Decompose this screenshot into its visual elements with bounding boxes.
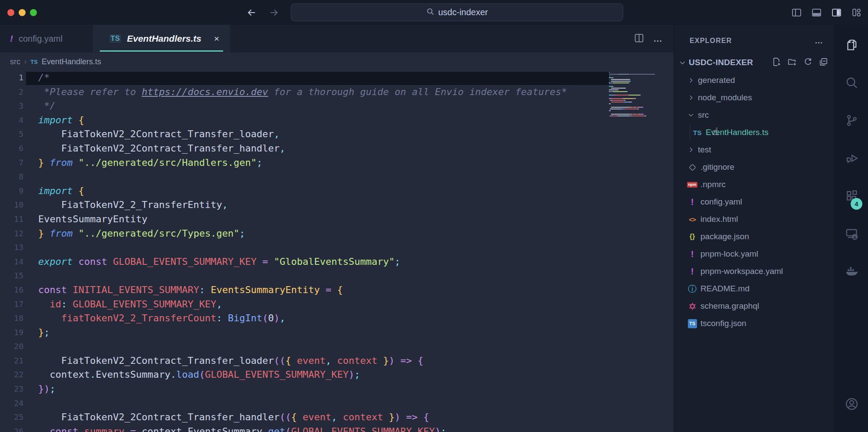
ts-icon: TS: [109, 34, 121, 43]
line-number: 4: [0, 113, 26, 128]
source-control-icon[interactable]: [835, 108, 868, 132]
tree-file-config-yaml[interactable]: !config.yaml: [674, 193, 835, 211]
chevron-down-icon: [678, 59, 686, 66]
layout-panel-icon[interactable]: [811, 7, 822, 18]
collapse-all-icon[interactable]: [819, 57, 829, 69]
code-line: [38, 170, 567, 184]
code-line: [38, 396, 567, 411]
code-line: FiatTokenV2_2Contract_Transfer_loader(({…: [38, 354, 567, 368]
maximize-window-icon[interactable]: [30, 9, 37, 16]
tsjson-file-icon: TS: [687, 319, 697, 328]
info-file-icon: ⓘ: [687, 283, 697, 295]
tree-item-label: pnpm-lock.yaml: [700, 249, 758, 259]
tree-folder-generated[interactable]: generated: [674, 72, 835, 89]
line-number: 8: [0, 170, 26, 184]
tree-item-label: index.html: [700, 214, 738, 224]
more-actions-icon[interactable]: …: [653, 33, 663, 44]
tree-file-tsconfig-json[interactable]: TStsconfig.json: [674, 315, 835, 332]
tree-folder-src[interactable]: src: [674, 106, 835, 124]
code-editor[interactable]: 1234567891011121314151617181920212223242…: [0, 71, 674, 432]
code-line: id: GLOBAL_EVENTS_SUMMARY_KEY,: [38, 297, 567, 312]
files-icon[interactable]: [835, 33, 868, 57]
tree-file-pnpm-lock-yaml[interactable]: !pnpm-lock.yaml: [674, 245, 835, 263]
code-line: *Please refer to https://docs.envio.dev …: [38, 85, 567, 99]
line-number: 2: [0, 85, 26, 99]
tree-file-index-html[interactable]: <>index.html: [674, 211, 835, 228]
tree-file-package-json[interactable]: {}package.json: [674, 228, 835, 245]
layout-sidebar-right-icon[interactable]: [831, 7, 842, 18]
docker-icon[interactable]: [835, 259, 868, 284]
code-line: const summary = context.EventsSummary.ge…: [38, 425, 567, 432]
tree-item-label: generated: [698, 76, 735, 85]
code-line: } from "../generated/src/Handlers.gen";: [38, 156, 567, 170]
line-number: 17: [0, 297, 26, 312]
layout-sidebar-left-icon[interactable]: [791, 7, 802, 18]
tree-item-label: node_modules: [698, 93, 752, 102]
tab-label: config.yaml: [19, 34, 62, 44]
breadcrumb: src › TS EventHandlers.ts: [0, 53, 674, 71]
tab-eventhandlers-ts[interactable]: TS EventHandlers.ts ×: [93, 25, 230, 53]
extensions-badge: 4: [851, 198, 862, 210]
tree-item-label: package.json: [700, 232, 749, 241]
tree-item-label: test: [698, 145, 711, 155]
code-line: FiatTokenV2_2_TransferEntity,: [38, 198, 567, 212]
tree-indent-guide: [690, 124, 690, 141]
close-window-icon[interactable]: [7, 9, 14, 16]
breadcrumb-folder[interactable]: src: [10, 57, 20, 66]
code-line: FiatTokenV2_2Contract_Transfer_handler,: [38, 142, 567, 156]
project-root-row[interactable]: USDC-INDEXER: [674, 54, 835, 71]
code-line: FiatTokenV2_2Contract_Transfer_loader,: [38, 127, 567, 142]
code-line: */: [38, 99, 567, 113]
back-icon[interactable]: [245, 6, 258, 19]
tree-folder-node-modules[interactable]: node_modules: [674, 89, 835, 106]
npm-file-icon: npm: [687, 182, 697, 188]
minimize-window-icon[interactable]: [19, 9, 26, 16]
tree-item-label: config.yaml: [700, 197, 742, 207]
yaml-file-icon: !: [687, 197, 697, 207]
tree-item-label: .gitignore: [700, 162, 734, 172]
remote-explorer-icon[interactable]: [835, 221, 868, 246]
search-icon[interactable]: [835, 70, 868, 95]
code-line: /*: [38, 71, 567, 85]
tree-file-eventhandlers-ts[interactable]: TSEventHandlers.ts☝: [674, 124, 835, 141]
tree-file-readme-md[interactable]: ⓘREADME.md: [674, 280, 835, 297]
ts-file-icon: TS: [692, 129, 703, 136]
activity-bar: 4: [834, 25, 868, 432]
code-line: import {: [38, 113, 567, 128]
forward-icon[interactable]: [267, 6, 280, 19]
explorer-title: EXPLORER: [690, 37, 732, 45]
chevron-right-icon: [687, 94, 695, 101]
line-number: 15: [0, 269, 26, 283]
run-debug-icon[interactable]: [835, 146, 868, 170]
split-editor-icon[interactable]: [634, 33, 644, 45]
refresh-icon[interactable]: [803, 57, 813, 69]
code-line: const INITIAL_EVENTS_SUMMARY: EventsSumm…: [38, 283, 567, 297]
tab-config-yaml[interactable]: ! config.yaml: [0, 25, 93, 53]
chevron-right-icon: [687, 146, 695, 153]
explorer-more-icon[interactable]: …: [815, 36, 824, 46]
minimap[interactable]: [609, 72, 665, 117]
line-number: 9: [0, 184, 26, 198]
command-center-search[interactable]: usdc-indexer: [291, 3, 623, 21]
yaml-exclaim-icon: !: [10, 33, 13, 44]
tree-file--gitignore[interactable]: .gitignore: [674, 158, 835, 176]
tree-folder-test[interactable]: test: [674, 141, 835, 158]
tab-label: EventHandlers.ts: [127, 33, 201, 44]
graphql-file-icon: [687, 302, 697, 310]
explorer-sidebar: EXPLORER … USDC-INDEXER: [674, 25, 834, 432]
layout-customize-icon[interactable]: [851, 7, 862, 18]
breadcrumb-file[interactable]: EventHandlers.ts: [42, 57, 101, 66]
code-line: FiatTokenV2_2Contract_Transfer_handler((…: [38, 410, 567, 425]
line-number: 3: [0, 99, 26, 113]
tree-file-pnpm-workspace-yaml[interactable]: !pnpm-workspace.yaml: [674, 263, 835, 280]
chevron-right-icon: [687, 77, 695, 84]
account-icon[interactable]: [835, 392, 868, 416]
code-line: context.EventsSummary.load(GLOBAL_EVENTS…: [38, 368, 567, 382]
new-folder-icon[interactable]: [787, 57, 797, 69]
line-number: 12: [0, 227, 26, 241]
code-line: } from "../generated/src/Types.gen";: [38, 227, 567, 241]
tree-file--npmrc[interactable]: npm.npmrc: [674, 176, 835, 193]
tree-file-schema-graphql[interactable]: schema.graphql: [674, 297, 835, 315]
new-file-icon[interactable]: [772, 57, 782, 69]
close-tab-icon[interactable]: ×: [214, 33, 219, 44]
